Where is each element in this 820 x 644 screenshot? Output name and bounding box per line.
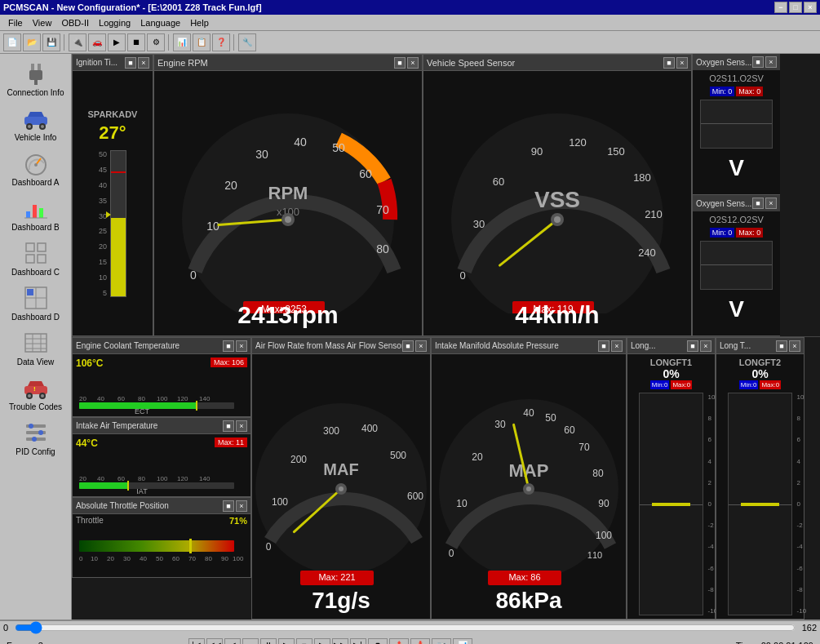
o2s11-minimize[interactable]: ■ [752, 56, 764, 68]
svg-text:50: 50 [545, 412, 556, 424]
grid2-icon [23, 285, 49, 311]
tb-btn-11[interactable]: ❓ [212, 33, 230, 51]
ect-minimize[interactable]: ■ [223, 340, 234, 352]
longft1-header: Long... ■ × [627, 338, 715, 354]
sidebar-item-dashboard-b[interactable]: Dashboard B [2, 192, 70, 235]
gauges-area: Ignition Ti... ■ × SPARKADV 27° 50 45 [72, 54, 820, 620]
o2s12-close[interactable]: × [765, 198, 777, 209]
ignition-max-line [111, 171, 126, 173]
tb-btn-5[interactable]: 🚗 [88, 33, 106, 51]
next-step-button[interactable]: ▶ [314, 638, 330, 645]
svg-text:IAT: IAT [136, 487, 148, 495]
iat-content: 44°C Max: 11 20 40 60 80 100 120 140 [73, 434, 250, 496]
pause-button[interactable]: ⏸ [260, 638, 277, 645]
maximize-button[interactable]: □ [789, 2, 802, 13]
record-button[interactable]: ⏺ [368, 638, 388, 645]
save-button[interactable]: 💾 [42, 33, 60, 51]
skip-to-start-button[interactable]: |◀ [188, 638, 205, 645]
o2s11-content: O2S11.O2SV Min: 0 Max: 0 V [693, 70, 780, 194]
tb-btn-6[interactable]: ▶ [108, 33, 126, 51]
longft2-close[interactable]: × [789, 340, 800, 352]
throttle-close[interactable]: × [236, 500, 247, 512]
playback-slider[interactable] [15, 621, 796, 634]
longft2-minimize[interactable]: ■ [776, 340, 787, 352]
maf-minimize[interactable]: ■ [402, 340, 414, 352]
chart-button[interactable]: 📊 [453, 638, 472, 645]
o2s11-subtitle: O2S11.O2SV [709, 73, 764, 83]
camera-button[interactable]: 📷 [432, 638, 451, 645]
menu-language[interactable]: Language [135, 16, 185, 29]
ignition-close[interactable]: × [138, 57, 149, 69]
rpm-controls: ■ × [394, 57, 419, 69]
svg-text:30: 30 [123, 555, 131, 562]
new-button[interactable]: 📄 [3, 33, 21, 51]
iat-title: Intake Air Temperature [76, 421, 157, 430]
o2s11-close[interactable]: × [765, 56, 777, 68]
o2-panels: Oxygen Sens... ■ × O2S11.O2SV Min: 0 Max… [692, 54, 780, 336]
o2s11-minmax: Min: 0 Max: 0 [710, 87, 764, 96]
menu-help[interactable]: Help [185, 16, 214, 29]
sidebar-label-dashboard-b: Dashboard B [11, 223, 59, 232]
vss-panel: Vehicle Speed Sensor ■ × 0 30 60 [423, 54, 692, 336]
menu-logging[interactable]: Logging [94, 16, 135, 29]
menu-obdii[interactable]: OBD-II [56, 16, 94, 29]
rpm-close[interactable]: × [407, 57, 419, 69]
svg-text:120: 120 [177, 475, 188, 482]
longft1-minimize[interactable]: ■ [687, 340, 698, 352]
tb-btn-12[interactable]: 🔧 [238, 33, 256, 51]
open-button[interactable]: 📂 [23, 33, 41, 51]
sidebar-item-vehicle-info[interactable]: Vehicle Info [2, 102, 70, 145]
rpm-minimize[interactable]: ■ [394, 57, 406, 69]
export-button[interactable]: 📤 [389, 638, 409, 645]
next-frame-button[interactable]: ▶▶ [332, 638, 348, 645]
sidebar-item-trouble-codes[interactable]: ! Trouble Codes [2, 371, 70, 415]
tb-btn-9[interactable]: 📊 [173, 33, 191, 51]
tb-btn-8[interactable]: ⚙ [147, 33, 165, 51]
tb-btn-4[interactable]: 🔌 [69, 33, 86, 51]
rec-stop-button[interactable]: ■ [296, 638, 312, 645]
play-button[interactable]: ▶ [278, 638, 295, 645]
maf-close[interactable]: × [415, 340, 427, 352]
svg-text:500: 500 [389, 450, 406, 461]
vss-close[interactable]: × [676, 57, 688, 69]
map-close[interactable]: × [611, 340, 623, 352]
close-button[interactable]: × [804, 2, 817, 13]
menu-file[interactable]: File [3, 16, 28, 29]
stop-button[interactable]: ● [242, 638, 259, 645]
tb-btn-10[interactable]: 📋 [193, 33, 211, 51]
tb-btn-7[interactable]: ⏹ [127, 33, 145, 51]
skip-to-end-button[interactable]: ▶| [350, 638, 366, 645]
car-icon [23, 105, 49, 131]
grid-icon [23, 240, 49, 266]
iat-close[interactable]: × [236, 420, 247, 432]
longft2-content: LONGFT2 0% Min:0 Max:0 10 8 6 4 [716, 354, 804, 619]
throttle-header-row: Throttle 71% [73, 514, 250, 527]
sidebar-item-dashboard-a[interactable]: Dashboard A [2, 147, 70, 190]
iat-minimize[interactable]: ■ [223, 420, 234, 432]
prev-frame-button[interactable]: ◀◀ [206, 638, 223, 645]
menu-view[interactable]: View [28, 16, 57, 29]
ignition-minimize[interactable]: ■ [125, 57, 136, 69]
sidebar-item-dashboard-d[interactable]: Dashboard D [2, 282, 70, 325]
longft1-content: LONGFT1 0% Min:0 Max:0 10 8 6 [627, 354, 715, 619]
ect-close[interactable]: × [236, 340, 247, 352]
import-button[interactable]: 📥 [410, 638, 430, 645]
sidebar-item-data-view[interactable]: Data View [2, 326, 70, 370]
rpm-gauge-svg: 0 10 20 30 40 50 60 70 80 RPM x100 [157, 93, 419, 313]
map-minimize[interactable]: ■ [598, 340, 609, 352]
sidebar-item-pid-config[interactable]: PID Config [2, 416, 70, 460]
o2s12-minimize[interactable]: ■ [752, 198, 764, 209]
throttle-minimize[interactable]: ■ [223, 500, 234, 512]
sidebar-label-connection: Connection Info [7, 88, 64, 97]
sidebar-item-connection-info[interactable]: Connection Info [2, 57, 70, 100]
svg-text:60: 60 [359, 167, 372, 180]
minimize-button[interactable]: − [774, 2, 787, 13]
vss-minimize[interactable]: ■ [663, 57, 675, 69]
map-header: Intake Manifold Absolute Pressure ■ × [432, 338, 626, 354]
longft1-close[interactable]: × [700, 340, 711, 352]
prev-step-button[interactable]: ◀ [224, 638, 241, 645]
svg-point-122 [339, 486, 344, 491]
longft2-panel: Long T... ■ × LONGFT2 0% Min:0 Max:0 [716, 337, 804, 620]
sidebar-item-dashboard-c[interactable]: Dashboard C [2, 237, 70, 280]
svg-rect-18 [26, 255, 34, 263]
